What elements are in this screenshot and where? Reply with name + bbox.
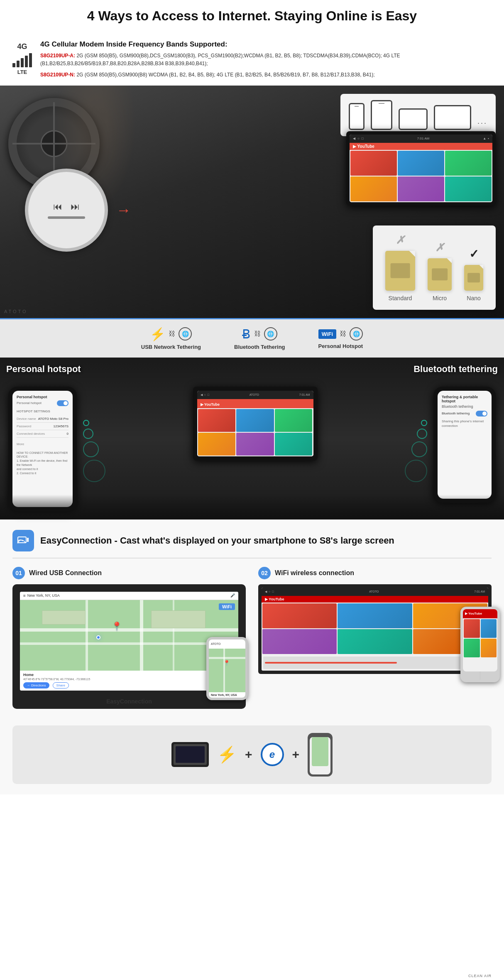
map-coords-text: 40°46'45.6"N 73°57'58.0"W, 40.779344, -7… (23, 678, 235, 681)
back-icon: ◀ (353, 137, 355, 140)
sim-nano-card (464, 265, 483, 291)
wifi-hotspot-label: Personal Hotspot (318, 343, 363, 349)
bt-globe-icon: 🌐 (264, 327, 277, 341)
unit-mini-screen (176, 746, 205, 763)
building-2 (151, 610, 206, 628)
sim-standard-label: Standard (389, 295, 412, 301)
hotspot-bt-section: Personal hotspot Bluetooth tethering Per… (0, 358, 504, 519)
phone-yt-header: ▶ YouTube (463, 609, 497, 618)
phone-corner-map: ATOTO 📍 New York, NY, USA (206, 637, 248, 700)
phone-yt-t3 (464, 639, 480, 657)
sim-tray-area: ⏮ ⏭ → (25, 169, 131, 252)
directions-label: Directions (31, 684, 46, 687)
yt-thumb-5 (398, 176, 444, 201)
signal-bars (12, 53, 32, 67)
wifi-unit-statusbar: ◀ ○ □ ATOTO 7:01 AM (262, 588, 488, 596)
wifi-status-icon: ▲ (483, 137, 486, 140)
bt-icons-row: Ƀ ⛓ 🌐 (242, 327, 277, 341)
yt-thumb-3 (445, 151, 492, 176)
wifi-home-icon: ○ (269, 590, 270, 593)
wave-3-left (83, 441, 99, 457)
prev-track-icon: ⏮ (53, 201, 62, 212)
tray-controls: ⏮ ⏭ (53, 201, 80, 212)
phone-corner-bar: New York, NY, USA (209, 692, 245, 698)
lte-label: LTE (17, 69, 27, 75)
center-brand: ATOTO (250, 393, 259, 396)
wifi-back-icon: ◀ (265, 590, 267, 593)
hotspot-phone-screen: Personal hotspot Personal hotspot HOTSPO… (12, 391, 73, 507)
easy-connection-icon (12, 530, 34, 551)
car-visual-section: ⏮ ⏭ → (0, 86, 504, 318)
directions-btn[interactable]: → Directions (23, 682, 49, 688)
model-a-info: S8G2109UP-A: 2G (GSM 850(B5), GSM900(B8)… (40, 52, 492, 68)
center-unit-statusbar: ◀ ○ □ ATOTO 7:01 AM (197, 391, 313, 399)
main-title: 4 Ways to Access to Internet. Staying On… (12, 8, 492, 24)
device-icons-panel: ... (340, 94, 496, 136)
bluetooth-icon: Ƀ (242, 327, 251, 341)
phone-mini (310, 737, 330, 774)
wifi-waves-right (405, 420, 427, 482)
atoto-watermark: ATOTO (4, 309, 28, 314)
phone-corner-brand: ATOTO (211, 642, 220, 645)
bt-toggle[interactable] (476, 411, 487, 416)
easy-connection-title: EasyConnection - Cast what's displayed o… (40, 535, 394, 546)
password-row: Password 1234567S (17, 423, 69, 430)
phone-corner-header: ATOTO (209, 639, 245, 649)
usb-tethering-method: ⚡ ⛓ 🌐 USB Network Tethering (141, 327, 201, 350)
conn2-number: 02 (258, 567, 271, 579)
mic-icon: 🎤 (230, 593, 235, 598)
device-tablet-portrait (371, 100, 392, 130)
unit-time-display: 7:01 AM (417, 137, 429, 140)
wave-4-right (405, 460, 427, 482)
bluetooth-section-label: Bluetooth tethering (413, 364, 498, 375)
center-yt-logo: ▶ YouTube (201, 402, 220, 407)
model-n-label: S8G2109UP-N: (40, 72, 75, 78)
map-location-text: New York, NY, USA (27, 593, 229, 598)
center-car-unit: ◀ ○ □ ATOTO 7:01 AM ▶ YouTube (193, 387, 318, 461)
user-location-dot (96, 635, 100, 639)
bt-phone-subtitle: Bluetooth tethering (442, 404, 487, 409)
next-track-icon: ⏭ (71, 201, 80, 212)
wifi-thumb-1 (262, 603, 337, 628)
map-screen-wrapper: ≡ New York, NY, USA 🎤 (17, 588, 242, 694)
bt-phone-group: Tethering & portable hotspot Bluetooth t… (405, 387, 496, 503)
hotspot-phone-title: Personal hotspot (17, 395, 69, 399)
center-thumb-5 (236, 433, 274, 456)
easy-connection-header: EasyConnection - Cast what's displayed o… (12, 530, 492, 559)
wifi-thumb-2 (338, 603, 412, 628)
tablet-portrait-icon (371, 100, 392, 130)
wave-1-left (83, 420, 89, 426)
easy-connection-section: EasyConnection - Cast what's displayed o… (0, 519, 504, 794)
wave-2-right (417, 429, 427, 439)
wifi-bottom-row (262, 655, 488, 671)
bluetooth-tethering-method: Ƀ ⛓ 🌐 Bluetooth Tethering (234, 327, 285, 350)
sim-notch-1 (409, 251, 415, 257)
title-section: 4 Ways to Access to Internet. Staying On… (0, 0, 504, 34)
sim-chip-1 (391, 263, 410, 278)
phone-mini-screen (312, 737, 328, 766)
signal-indicator: 4G LTE (12, 40, 32, 75)
device-phone (349, 103, 365, 130)
phone-yt-t1 (464, 619, 480, 638)
usb-tethering-label: USB Network Tethering (141, 344, 201, 350)
usb-icon: ⚡ (150, 327, 165, 341)
phone-corner-map-bg: ATOTO 📍 New York, NY, USA (209, 639, 245, 698)
svg-point-1 (17, 542, 19, 543)
unit-screen-content-top: ◀ ○ □ 7:01 AM ▲ ▪ ▶ YouTube (350, 135, 492, 202)
clean-air-label: CLEAN AIR (468, 974, 492, 978)
unit-status-icons: ▲ ▪ (483, 137, 489, 140)
easy-connection-label: EasyConnection (17, 698, 242, 705)
connection-demos-row: 01 Wired USB Connection ≡ New York, NY, … (12, 567, 492, 709)
center-thumb-2 (236, 409, 274, 432)
password-value: 1234567S (54, 424, 69, 428)
bar-1 (12, 63, 15, 67)
tablet-speaker (379, 103, 384, 104)
wifi-screen-unit: ◀ ○ □ ATOTO 7:01 AM ▶ YouTube (258, 584, 492, 674)
device-tablet-landscape-sm (399, 108, 428, 130)
phone-shape-icon (349, 103, 365, 130)
hotspot-toggle[interactable] (57, 400, 69, 406)
phone-speaker (355, 106, 359, 107)
usb-globe-icon: 🌐 (179, 327, 192, 341)
device-name-value: ATOTO Moto S8 Pro (38, 417, 69, 421)
share-btn[interactable]: Share (53, 682, 69, 688)
